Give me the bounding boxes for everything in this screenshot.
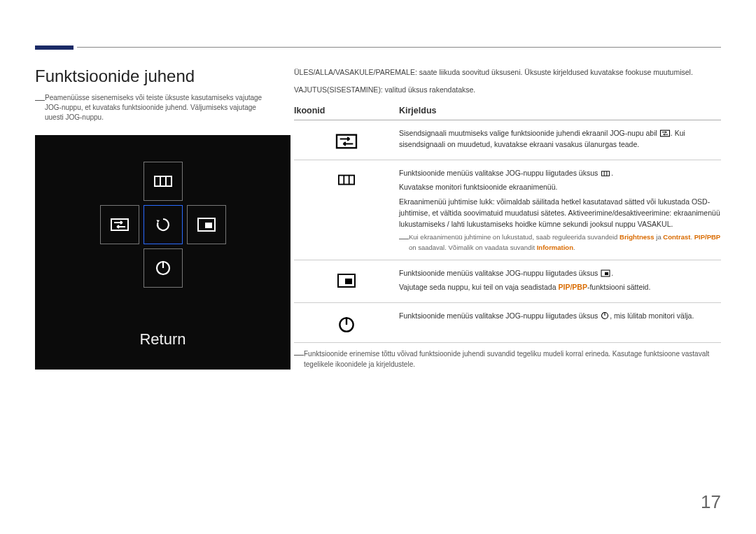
dpad-center bbox=[144, 205, 183, 244]
row-desc: Funktsioonide menüüs valitakse JOG-nuppu… bbox=[399, 310, 721, 335]
left-column: Funktsioonide juhend ― Peamenüüsse sisen… bbox=[35, 66, 294, 370]
osd-screenshot: Return bbox=[35, 135, 290, 370]
row-icon-menu bbox=[294, 167, 399, 253]
source-icon bbox=[659, 129, 671, 138]
intro-line-1: ÜLES/ALLA/VASAKULE/PAREMALE: saate liiku… bbox=[294, 66, 721, 78]
table-row: Funktsioonide menüüs valitakse JOG-nuppu… bbox=[294, 260, 721, 304]
page-number: 17 bbox=[701, 491, 721, 513]
dash-icon: ― bbox=[399, 231, 409, 246]
dpad bbox=[100, 162, 226, 288]
page-title: Funktsioonide juhend bbox=[35, 66, 273, 86]
pip-icon bbox=[600, 269, 611, 278]
dpad-right bbox=[187, 205, 226, 244]
footnote-text: Funktsioonide erinemise tõttu võivad fun… bbox=[304, 350, 709, 368]
table-row: Funktsioonide menüüs valitakse JOG-nuppu… bbox=[294, 160, 721, 260]
kw-information: Information bbox=[537, 244, 573, 251]
dpad-up bbox=[144, 162, 183, 201]
row-icon-power bbox=[294, 310, 399, 335]
osd-return-label: Return bbox=[139, 330, 186, 349]
row-desc: Funktsioonide menüüs valitakse JOG-nuppu… bbox=[399, 267, 721, 296]
text: Kuvatakse monitori funktsioonide ekraani… bbox=[399, 181, 721, 192]
text: Funktsioonide menüüs valitakse JOG-nuppu… bbox=[399, 269, 600, 277]
header-accent bbox=[35, 45, 74, 50]
text: Ekraanimenüü juhtimise lukk: võimaldab s… bbox=[399, 196, 721, 230]
row-desc: Funktsioonide menüüs valitakse JOG-nuppu… bbox=[399, 167, 721, 253]
text: -funktsiooni sätteid. bbox=[587, 283, 650, 291]
kw-brightness: Brightness bbox=[620, 233, 654, 241]
table-header: Ikoonid Kirjeldus bbox=[294, 106, 721, 120]
text: . bbox=[573, 244, 575, 251]
row-desc: Sisendsignaali muutmiseks valige funktsi… bbox=[399, 127, 721, 153]
th-icons: Ikoonid bbox=[294, 106, 399, 115]
kw-contrast: Contrast bbox=[663, 233, 690, 241]
footnote: ― Funktsioonide erinemise tõttu võivad f… bbox=[294, 349, 721, 370]
text: Vajutage seda nuppu, kui teil on vaja se… bbox=[399, 283, 558, 291]
text: , mis lülitab monitori välja. bbox=[610, 311, 694, 320]
table-row: Funktsioonide menüüs valitakse JOG-nuppu… bbox=[294, 303, 721, 343]
left-note: ― Peamenüüsse sisenemiseks või teiste ük… bbox=[35, 93, 273, 122]
text: Kui ekraanimenüü juhtimine on lukustatud… bbox=[409, 233, 620, 241]
dpad-left bbox=[100, 205, 139, 244]
text: Funktsioonide menüüs valitakse JOG-nuppu… bbox=[399, 311, 600, 320]
row-icon-source bbox=[294, 127, 399, 153]
dash-icon: ― bbox=[294, 347, 304, 362]
header-rule bbox=[77, 47, 721, 48]
power-icon bbox=[600, 311, 610, 321]
th-desc: Kirjeldus bbox=[399, 106, 721, 115]
table-row: Sisendsignaali muutmiseks valige funktsi… bbox=[294, 120, 721, 161]
text: ja bbox=[656, 233, 663, 241]
dpad-down bbox=[144, 248, 183, 288]
dash-icon: ― bbox=[35, 93, 45, 107]
text: on saadaval. Võimalik on vaadata suvandi… bbox=[409, 244, 537, 251]
icon-table: Ikoonid Kirjeldus Sisendsignaali muutmis… bbox=[294, 106, 721, 344]
right-column: ÜLES/ALLA/VASAKULE/PAREMALE: saate liiku… bbox=[294, 66, 721, 370]
text: Sisendsignaali muutmiseks valige funktsi… bbox=[399, 129, 659, 137]
row2-subnote: ― Kui ekraanimenüü juhtimine on lukustat… bbox=[399, 232, 721, 253]
intro-line-2: VAJUTUS(SISESTAMINE): valitud üksus rake… bbox=[294, 84, 721, 96]
text: Funktsioonide menüüs valitakse JOG-nuppu… bbox=[399, 169, 600, 177]
text: . bbox=[611, 269, 613, 277]
kw-pippbp: PIP/PBP bbox=[694, 233, 721, 241]
menu-icon bbox=[600, 169, 611, 178]
left-note-text: Peamenüüsse sisenemiseks või teiste üksu… bbox=[45, 94, 262, 121]
page: Funktsioonide juhend ― Peamenüüsse sisen… bbox=[0, 0, 756, 534]
text: . bbox=[611, 169, 613, 177]
row-icon-pip bbox=[294, 267, 399, 296]
content: Funktsioonide juhend ― Peamenüüsse sisen… bbox=[35, 66, 721, 370]
kw-pippbp: PIP/PBP bbox=[558, 283, 587, 291]
